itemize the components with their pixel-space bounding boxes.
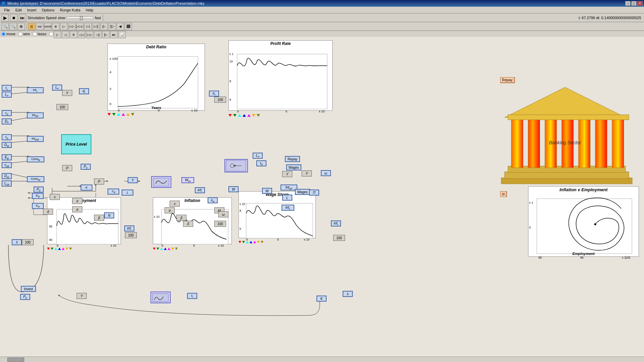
node-rDW[interactable]: rD — [2, 134, 12, 140]
menu-edit[interactable]: Edit — [13, 7, 25, 13]
node-tauR-bot[interactable]: τr — [187, 293, 197, 299]
step3-button[interactable]: ▷▷▷ — [76, 23, 84, 30]
chart-profit-rate[interactable]: Profit Rate x 1 10 8 6 0 5 x 10 — [228, 40, 333, 111]
plot-button[interactable]: ||| — [28, 23, 35, 30]
play2-button[interactable]: ▷ — [54, 31, 61, 38]
step7-button[interactable]: ||▷ — [109, 23, 116, 30]
stop-button[interactable]: ■ — [10, 14, 17, 21]
step8-button[interactable]: ◀ — [117, 23, 124, 30]
node-ConsW[interactable]: ConsW — [27, 176, 44, 182]
node-DF[interactable]: DF — [2, 118, 12, 124]
node-Y-upper[interactable]: Y — [62, 90, 72, 96]
step9-button[interactable]: ⬛ — [125, 23, 132, 30]
step5-button[interactable]: ▷|| — [92, 23, 100, 30]
node-IntL-right[interactable]: IntL — [282, 205, 294, 211]
node-L[interactable]: L — [122, 190, 133, 196]
node-Repay[interactable]: Repay — [285, 156, 300, 162]
play-button[interactable]: ▶ — [1, 14, 9, 21]
chart-button[interactable]: 📊 — [118, 31, 126, 38]
node-W-right[interactable]: W — [228, 186, 239, 192]
node-IntL[interactable]: IntL — [27, 87, 44, 93]
chart-employment[interactable]: Employment 100 95 90 0 x 10 — [47, 197, 121, 244]
menu-help[interactable]: Help — [83, 7, 96, 13]
node-KR2[interactable]: KR — [32, 203, 44, 209]
node-lambda-bot[interactable]: λ — [12, 239, 22, 245]
node-infr-right[interactable]: infr — [331, 220, 341, 226]
scrollbar[interactable] — [0, 357, 644, 362]
step1-button[interactable]: ▷ — [60, 23, 68, 30]
node-omega-right[interactable]: ω — [321, 170, 331, 176]
zoom-in-button[interactable]: 🔍 — [9, 23, 17, 30]
node-omega[interactable]: ω — [218, 211, 228, 217]
node-infrT[interactable]: infr — [195, 187, 205, 193]
skip-button[interactable]: |▷ — [102, 31, 110, 38]
node-K[interactable]: K — [81, 185, 92, 191]
rstep-button[interactable]: ◁◁ — [78, 31, 85, 38]
node-tCW[interactable]: τCW — [2, 180, 12, 187]
chart-debt-ratio[interactable]: Debt Ratio x 100 4 2 0 0 0 x 10 Years — [108, 44, 205, 111]
node-tR[interactable]: τR — [256, 160, 266, 166]
radio-move[interactable]: move — [1, 32, 15, 36]
node-100e[interactable]: 100 — [22, 239, 34, 245]
node-LF-upper[interactable]: LF — [52, 85, 62, 91]
menu-insert[interactable]: Insert — [25, 7, 39, 13]
menu-runge-kutta[interactable]: Runge Kutta — [57, 7, 83, 13]
radio-lasso[interactable]: lasso — [33, 32, 46, 36]
node-Pi[interactable]: Π — [309, 190, 319, 196]
menu-options[interactable]: Options — [39, 7, 57, 13]
node-Y-right[interactable]: Y — [282, 171, 292, 177]
node-KR[interactable]: KR — [32, 193, 44, 199]
const-button[interactable]: const — [44, 23, 51, 30]
node-piR-upper[interactable]: πr — [209, 91, 219, 97]
node-delta[interactable]: δ — [43, 209, 53, 215]
node-Wages-right[interactable]: Wages — [286, 164, 301, 170]
node-alpha1[interactable]: α — [72, 198, 82, 204]
node-W-right2[interactable]: W — [262, 188, 272, 194]
node-EB[interactable]: EB — [2, 154, 12, 160]
menu-file[interactable]: File — [1, 7, 13, 13]
node-K-bot[interactable]: K — [316, 296, 327, 302]
node-N[interactable]: N — [104, 212, 114, 218]
var-button[interactable]: var — [36, 23, 43, 30]
zoom-fit-button[interactable]: ⊕ — [17, 23, 25, 30]
node-100c[interactable]: 100 — [214, 97, 226, 103]
step6-button[interactable]: |▷ — [100, 23, 108, 30]
node-PK2[interactable]: PK — [34, 187, 44, 193]
zoom-out-button[interactable]: 🔍 — [1, 23, 9, 30]
node-P-right[interactable]: P — [94, 178, 104, 185]
bank-btn4[interactable]: ⊟ — [500, 191, 506, 197]
node-DW[interactable]: DW — [2, 142, 12, 148]
minimize-button[interactable]: – — [625, 1, 631, 6]
scrollbar-thumb[interactable] — [7, 358, 24, 362]
node-tCB[interactable]: τCB — [2, 162, 12, 168]
node-IntDF[interactable]: IntDF — [27, 112, 44, 118]
node-YR[interactable]: YR — [108, 189, 119, 195]
ffwd-button[interactable]: ▷▷ — [86, 31, 93, 38]
node-rL[interactable]: rL — [2, 85, 12, 91]
node-beta[interactable]: β — [94, 215, 104, 221]
chart-wage-share[interactable]: Wage Share x 10 8 5 0 5 x 10 — [239, 191, 316, 238]
node-Y-bot[interactable]: Y — [77, 293, 87, 299]
node-Y-right2[interactable]: Y — [302, 170, 312, 176]
node-L-right[interactable]: L — [282, 195, 292, 201]
close-button[interactable]: ✕ — [637, 1, 643, 6]
step-button[interactable]: ⏭ — [19, 14, 26, 21]
node-Ifm-bot[interactable] — [151, 292, 171, 303]
node-PK-bot[interactable]: PK — [20, 294, 30, 300]
node-infr-lower[interactable]: infr — [124, 225, 134, 231]
node-Y-mid[interactable]: Y — [128, 177, 138, 183]
node-DW2[interactable]: DW — [2, 173, 12, 179]
node-piR-int[interactable] — [224, 159, 248, 172]
node-LF-right[interactable]: LF — [253, 153, 263, 159]
node-beta2[interactable]: β — [176, 215, 186, 221]
node-lambdaW[interactable]: λw — [208, 197, 218, 203]
node-100d[interactable]: 100 — [125, 232, 137, 238]
node-v[interactable]: v — [50, 194, 60, 200]
speed-slider[interactable] — [67, 17, 93, 19]
revplay-button[interactable]: ◁ — [62, 31, 69, 38]
op-button[interactable]: ⊕ — [52, 23, 59, 30]
node-ConsB[interactable]: ConsB — [27, 156, 44, 162]
maximize-button[interactable]: □ — [631, 1, 637, 6]
node-100f[interactable]: 100 — [333, 235, 345, 241]
node-delta2[interactable]: δ — [183, 221, 193, 227]
